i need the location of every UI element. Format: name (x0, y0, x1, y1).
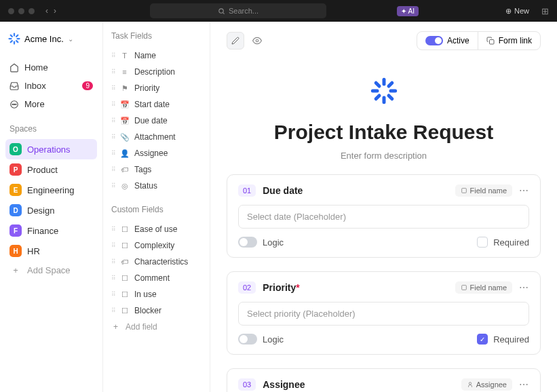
forward-button[interactable]: › (54, 6, 56, 16)
drag-handle-icon[interactable]: ⠿ (111, 85, 115, 92)
drag-handle-icon[interactable]: ⠿ (111, 275, 115, 281)
nav-home[interactable]: Home (5, 58, 97, 77)
drag-handle-icon[interactable]: ⠿ (111, 291, 115, 298)
required-toggle[interactable]: Required (477, 237, 529, 248)
preview-button[interactable] (248, 32, 266, 50)
field-menu-button[interactable]: ⋯ (519, 185, 529, 196)
field-tags[interactable]: ⠿🏷Tags (109, 161, 204, 178)
space-engineering[interactable]: EEngineering (5, 180, 97, 200)
form-title[interactable]: Project Intake Request (227, 121, 541, 144)
workspace-switcher[interactable]: Acme Inc. ⌄ (5, 30, 97, 47)
space-label: HR (27, 246, 40, 256)
drag-handle-icon[interactable]: ⠿ (111, 150, 115, 157)
field-number: 02 (238, 281, 256, 294)
svg-line-23 (389, 83, 392, 86)
svg-line-5 (16, 41, 18, 42)
search-placeholder: Search... (229, 7, 258, 15)
field-name[interactable]: ⠿TName (109, 47, 204, 64)
field-label: In use (134, 290, 157, 299)
hash-icon (461, 187, 467, 194)
field-tag-button[interactable]: Field name (455, 281, 512, 294)
drag-handle-icon[interactable]: ⠿ (111, 117, 115, 124)
logic-toggle[interactable] (238, 334, 257, 345)
svg-line-18 (376, 83, 379, 86)
field-type-icon: ☐ (120, 241, 129, 250)
field-name-label[interactable]: Priority* (263, 282, 299, 293)
checkbox-icon: ✓ (477, 334, 488, 345)
drag-handle-icon[interactable]: ⠿ (111, 226, 115, 233)
home-icon (9, 63, 19, 73)
drag-handle-icon[interactable]: ⠿ (111, 258, 115, 265)
ai-badge[interactable]: ✦ AI (397, 6, 419, 16)
add-field-button[interactable]: + Add field (109, 319, 204, 335)
space-label: Engineering (27, 185, 74, 195)
svg-line-9 (16, 35, 18, 37)
search-input[interactable]: Search... (150, 3, 326, 18)
field-label: Attachment (134, 132, 176, 142)
active-toggle[interactable]: Active (417, 32, 478, 50)
space-design[interactable]: DDesign (5, 200, 97, 220)
field-assignee[interactable]: ⠿👤Assignee (109, 145, 204, 161)
back-button[interactable]: ‹ (45, 6, 48, 16)
space-operations[interactable]: OOperations (5, 139, 97, 159)
field-name-label[interactable]: Due date (263, 185, 303, 196)
edit-mode-button[interactable] (227, 32, 244, 50)
pencil-icon (231, 37, 239, 45)
field-start-date[interactable]: ⠿📅Start date (109, 96, 204, 113)
svg-point-26 (469, 383, 471, 385)
drag-handle-icon[interactable]: ⠿ (111, 182, 115, 189)
space-badge-icon: F (9, 224, 22, 237)
field-attachment[interactable]: ⠿📎Attachment (109, 129, 204, 145)
field-input[interactable]: Select date (Placeholder) (238, 205, 529, 229)
field-type-icon: ☐ (120, 225, 129, 234)
space-hr[interactable]: HHR (5, 241, 97, 261)
apps-grid-icon[interactable]: ⊞ (541, 6, 549, 16)
form-link-button[interactable]: Form link (478, 32, 540, 50)
field-tag-button[interactable]: Assignee (461, 378, 512, 391)
field-ease-of-use[interactable]: ⠿☐Ease of use (109, 221, 204, 237)
field-characteristics[interactable]: ⠿🏷Characteristics (109, 254, 204, 270)
field-tag-button[interactable]: Field name (455, 184, 512, 197)
drag-handle-icon[interactable]: ⠿ (111, 134, 115, 140)
field-complexity[interactable]: ⠿☐Complexity (109, 237, 204, 254)
active-switch[interactable] (425, 36, 443, 45)
field-label: Comment (134, 273, 170, 283)
field-description[interactable]: ⠿≡Description (109, 64, 204, 80)
form-field-priority[interactable]: 02 Priority* Field name ⋯ Select priorit… (227, 271, 541, 355)
drag-handle-icon[interactable]: ⠿ (111, 242, 115, 249)
field-label: Complexity (134, 241, 174, 250)
space-product[interactable]: PProduct (5, 159, 97, 180)
field-name-label[interactable]: Assignee (263, 379, 305, 390)
form-description[interactable]: Enter form description (227, 151, 541, 161)
field-due-date[interactable]: ⠿📅Due date (109, 113, 204, 129)
field-input[interactable]: Select priority (Placeholder) (238, 302, 529, 326)
field-comment[interactable]: ⠿☐Comment (109, 270, 204, 286)
field-menu-button[interactable]: ⋯ (519, 282, 529, 293)
field-blocker[interactable]: ⠿☐Blocker (109, 302, 204, 319)
drag-handle-icon[interactable]: ⠿ (111, 307, 115, 314)
sparkle-icon: ✦ (401, 7, 406, 15)
drag-handle-icon[interactable]: ⠿ (111, 166, 115, 173)
logic-toggle[interactable] (238, 237, 257, 248)
drag-handle-icon[interactable]: ⠿ (111, 101, 115, 108)
new-button[interactable]: ⊕ New (505, 7, 529, 16)
space-badge-icon: E (9, 184, 22, 196)
form-field-assignee[interactable]: 03 Assignee Assignee ⋯ (227, 368, 541, 392)
traffic-light[interactable] (28, 8, 35, 14)
field-in-use[interactable]: ⠿☐In use (109, 286, 204, 302)
add-space-button[interactable]: + Add Space (5, 261, 97, 279)
form-field-due-date[interactable]: 01 Due date Field name ⋯ Select date (Pl… (227, 174, 541, 258)
required-toggle[interactable]: ✓ Required (477, 334, 529, 345)
field-menu-button[interactable]: ⋯ (519, 379, 529, 390)
field-status[interactable]: ⠿◎Status (109, 178, 204, 194)
drag-handle-icon[interactable]: ⠿ (111, 68, 115, 75)
traffic-light[interactable] (8, 8, 14, 14)
space-finance[interactable]: FFinance (5, 220, 97, 241)
nav-inbox[interactable]: Inbox 9 (5, 77, 97, 95)
task-fields-label: Task Fields (109, 31, 204, 41)
field-priority[interactable]: ⠿⚑Priority (109, 80, 204, 96)
drag-handle-icon[interactable]: ⠿ (111, 52, 115, 59)
form-logo-icon (370, 77, 398, 104)
traffic-light[interactable] (18, 8, 24, 14)
nav-more[interactable]: More (5, 95, 97, 113)
